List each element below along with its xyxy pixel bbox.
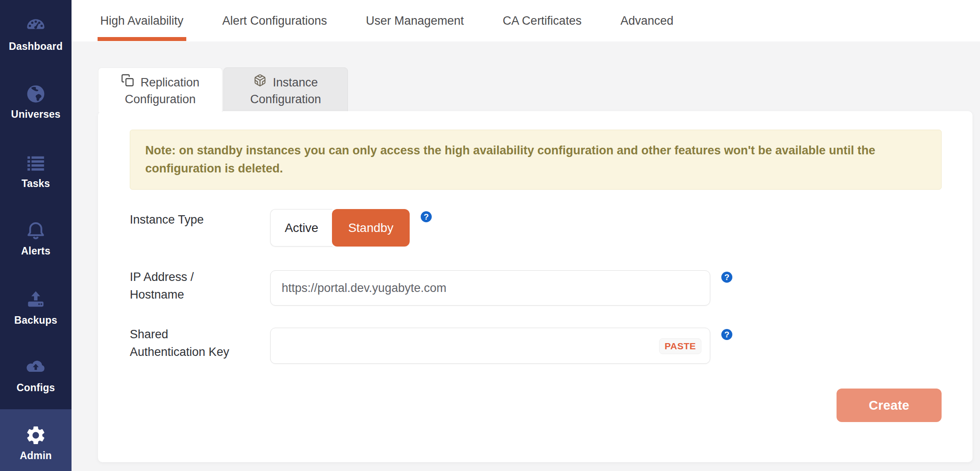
top-tab-bar: High Availability Alert Configurations U… [72,0,980,41]
shared-auth-key-help-icon[interactable]: ? [721,329,732,340]
sidebar-item-label: Configs [0,382,72,394]
sidebar-item-label: Dashboard [0,41,72,52]
copy-icon [121,74,134,91]
replication-configuration-panel: Note: on standby instances you can only … [98,111,972,462]
instance-type-toggle: Active Standby [270,209,410,247]
tab-high-availability[interactable]: High Availability [100,0,184,41]
sidebar-item-label: Admin [0,450,72,462]
yugabyte-admin-screen: Dashboard Universes Tasks Alerts Backups [0,0,980,471]
globe-icon [0,83,72,105]
tab-ca-certificates[interactable]: CA Certificates [503,0,582,41]
subtab-label-line1: Replication [140,75,200,91]
sidebar-item-dashboard[interactable]: Dashboard [0,15,72,52]
backup-upload-icon [0,289,72,311]
sidebar-item-admin[interactable]: Admin [0,409,72,471]
shared-auth-key-field: PASTE [270,328,710,364]
shared-auth-key-input[interactable] [270,328,710,364]
tab-user-management[interactable]: User Management [366,0,464,41]
sidebar-item-universes[interactable]: Universes [0,83,72,120]
instance-type-help-icon[interactable]: ? [421,211,432,222]
dashboard-gauge-icon [0,15,72,37]
tabs: High Availability Alert Configurations U… [72,0,980,41]
note-text: Note: on standby instances you can only … [145,144,875,175]
bell-icon [0,220,72,242]
sidebar-item-label: Universes [0,108,72,120]
standby-note-banner: Note: on standby instances you can only … [130,130,942,190]
subtab-label-line1: Instance [273,75,318,91]
ip-address-help-icon[interactable]: ? [721,272,732,283]
sidebar-item-alerts[interactable]: Alerts [0,220,72,257]
instance-type-option-standby[interactable]: Standby [332,209,410,247]
ip-address-input[interactable] [270,270,710,306]
subtab-label-line2: Configuration [224,91,347,108]
sidebar-item-label: Alerts [0,245,72,257]
tab-advanced[interactable]: Advanced [620,0,673,41]
subtab-replication-configuration[interactable]: Replication Configuration [98,67,222,112]
task-list-icon [0,152,72,174]
tab-alert-configurations[interactable]: Alert Configurations [222,0,327,41]
instance-type-label: Instance Type [130,211,244,228]
subtab-label-line2: Configuration [98,91,222,108]
sidebar-item-backups[interactable]: Backups [0,289,72,326]
sidebar-item-label: Tasks [0,178,72,190]
gear-icon [0,424,72,446]
content-area: Replication Configuration Instance Confi… [72,41,980,471]
instance-type-option-active[interactable]: Active [270,209,332,247]
ip-address-label: IP Address / Hostname [130,268,244,303]
shared-auth-key-label: Shared Authentication Key [130,325,244,361]
subtab-instance-configuration[interactable]: Instance Configuration [223,67,348,112]
sidebar-item-label: Backups [0,314,72,326]
sidebar-item-tasks[interactable]: Tasks [0,152,72,190]
cloud-upload-icon [0,356,72,378]
codesandbox-icon [253,74,267,91]
sidebar-item-configs[interactable]: Configs [0,356,72,394]
create-button[interactable]: Create [837,389,942,422]
paste-button[interactable]: PASTE [659,338,701,354]
sidebar: Dashboard Universes Tasks Alerts Backups [0,0,72,471]
